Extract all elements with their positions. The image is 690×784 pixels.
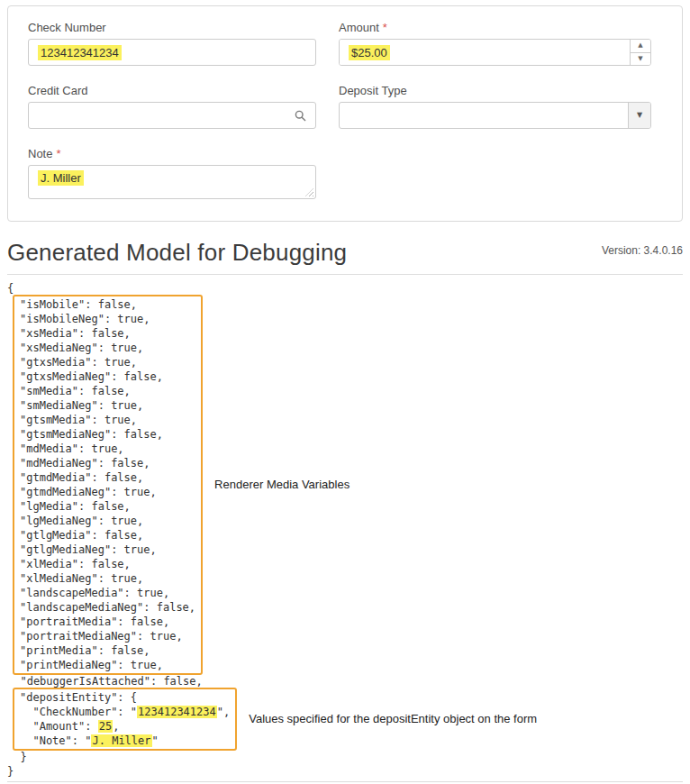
- credit-card-label: Credit Card: [28, 84, 316, 97]
- bottom-divider: [7, 781, 683, 782]
- code-text: "gtlgMedia": false,: [20, 529, 143, 542]
- caret-down-icon: ▼: [637, 112, 642, 119]
- debug-section-header: Generated Model for Debugging Version: 3…: [7, 240, 683, 267]
- note-textarea[interactable]: J. Miller: [28, 165, 316, 199]
- search-icon[interactable]: [295, 110, 306, 122]
- code-line: "gtlgMediaNeg": true,: [20, 542, 195, 557]
- code-line: "depositEntity": {: [20, 690, 230, 705]
- credit-card-input[interactable]: [28, 102, 316, 129]
- code-text: "Note": ": [20, 734, 91, 747]
- code-line: "CheckNumber": "123412341234",: [20, 705, 230, 719]
- code-line: "isMobile": false,: [20, 297, 195, 312]
- spin-down-button[interactable]: ▼: [631, 53, 650, 66]
- code-line: }: [7, 750, 683, 764]
- code-line: "gtsmMediaNeg": false,: [20, 427, 195, 442]
- code-text: "smMedia": false,: [20, 385, 131, 397]
- media-variables-box: "isMobile": false,"isMobileNeg": true,"x…: [13, 295, 203, 675]
- label-text: Amount: [339, 21, 379, 34]
- check-number-input[interactable]: 123412341234: [28, 39, 316, 66]
- check-number-label: Check Number: [28, 21, 316, 34]
- check-number-field: Check Number 123412341234: [28, 21, 316, 66]
- code-line: "lgMedia": false,: [20, 499, 195, 514]
- code-line: "smMedia": false,: [20, 384, 195, 398]
- code-text: ",: [217, 706, 230, 718]
- code-text: "CheckNumber": ": [20, 706, 137, 718]
- code-line: "xlMedia": false,: [20, 557, 195, 571]
- code-line: "landscapeMediaNeg": false,: [20, 600, 195, 615]
- dropdown-button[interactable]: ▼: [628, 103, 650, 128]
- note-label: Note*: [28, 147, 316, 160]
- code-line: "gtxsMedia": true,: [20, 355, 195, 369]
- form-grid: Check Number 123412341234 Amount* $25.00…: [28, 21, 662, 199]
- code-text: ,: [113, 720, 119, 733]
- code-line: "landscapeMedia": true,: [20, 586, 195, 600]
- code-line: "gtsmMedia": true,: [20, 413, 195, 427]
- code-text: "mdMediaNeg": false,: [20, 457, 150, 469]
- code-line: }: [7, 764, 683, 779]
- deposit-type-select[interactable]: ▼: [339, 102, 651, 129]
- code-text: "smMediaNeg": true,: [20, 399, 143, 412]
- code-text: ": [152, 734, 159, 747]
- spin-up-button[interactable]: ▲: [631, 40, 650, 53]
- code-line: "isMobileNeg": true,: [20, 312, 195, 326]
- code-text: "xsMedia": false,: [20, 327, 131, 340]
- highlighted-value: 123412341234: [137, 706, 217, 718]
- label-text: Note: [28, 147, 52, 160]
- section-divider: [7, 274, 683, 275]
- code-text: "xlMediaNeg": true,: [20, 572, 143, 585]
- code-line: "debuggerIsAttached": false,: [7, 674, 683, 688]
- code-text: "landscapeMedia": true,: [20, 587, 169, 599]
- code-line: "portraitMedia": false,: [20, 615, 195, 629]
- code-line: "gtmdMedia": false,: [20, 470, 195, 485]
- code-text: "isMobileNeg": true,: [20, 313, 150, 325]
- code-text: "xsMediaNeg": true,: [20, 342, 143, 354]
- highlighted-value: J. Miller: [38, 170, 84, 186]
- code-line: "gtxsMediaNeg": false,: [20, 369, 195, 384]
- debug-code: { "isMobile": false,"isMobileNeg": true,…: [7, 281, 683, 779]
- required-asterisk: *: [383, 21, 387, 34]
- note-field: Note* J. Miller: [28, 147, 316, 199]
- page: Check Number 123412341234 Amount* $25.00…: [0, 0, 690, 782]
- highlighted-value: 25: [98, 720, 113, 733]
- code-text: "mdMedia": true,: [20, 442, 124, 455]
- code-line: "printMediaNeg": true,: [20, 658, 195, 672]
- media-group: "isMobile": false,"isMobileNeg": true,"x…: [7, 296, 683, 674]
- code-text: "landscapeMediaNeg": false,: [20, 601, 195, 614]
- resize-handle-icon[interactable]: [305, 188, 313, 196]
- code-text: "Amount":: [20, 720, 98, 733]
- code-text: "lgMediaNeg": true,: [20, 515, 143, 527]
- entity-group: "depositEntity": { "CheckNumber": "12341…: [7, 688, 683, 750]
- highlighted-value: J. Miller: [91, 734, 151, 747]
- page-title: Generated Model for Debugging: [7, 240, 347, 267]
- code-line: "Amount": 25,: [20, 719, 230, 734]
- code-text: "gtmdMedia": false,: [20, 471, 143, 484]
- code-text: "portraitMedia": false,: [20, 615, 169, 628]
- amount-numeric-widget: $25.00 ▲ ▼: [339, 39, 651, 66]
- code-line: "xsMediaNeg": true,: [20, 341, 195, 355]
- amount-spinner: ▲ ▼: [630, 40, 650, 65]
- code-text: "gtlgMediaNeg": true,: [20, 543, 157, 556]
- code-line: "xsMedia": false,: [20, 326, 195, 341]
- version-label: Version: 3.4.0.16: [602, 244, 683, 257]
- code-line: "portraitMediaNeg": true,: [20, 629, 195, 643]
- code-line: "mdMedia": true,: [20, 442, 195, 456]
- deposit-type-label: Deposit Type: [339, 84, 651, 97]
- amount-label: Amount*: [339, 21, 651, 34]
- highlighted-value: $25.00: [349, 45, 390, 60]
- code-text: "printMediaNeg": true,: [20, 659, 163, 671]
- deposit-entity-box: "depositEntity": { "CheckNumber": "12341…: [13, 688, 237, 751]
- code-text: "gtxsMediaNeg": false,: [20, 370, 163, 383]
- caret-up-icon: ▲: [638, 42, 642, 49]
- amount-field: Amount* $25.00 ▲ ▼: [339, 21, 651, 66]
- code-text: "depositEntity": {: [20, 691, 137, 704]
- amount-input[interactable]: $25.00: [340, 40, 630, 65]
- code-line: "smMediaNeg": true,: [20, 398, 195, 413]
- code-text: "isMobile": false,: [20, 298, 137, 311]
- caret-down-icon: ▼: [638, 56, 642, 62]
- required-asterisk: *: [56, 147, 60, 160]
- entity-annotation: Values specified for the depositEntity o…: [249, 712, 537, 726]
- code-text: "portraitMediaNeg": true,: [20, 630, 183, 643]
- highlighted-value: 123412341234: [38, 45, 122, 60]
- credit-card-field: Credit Card: [28, 84, 316, 129]
- code-line: "Note": "J. Miller": [20, 734, 230, 748]
